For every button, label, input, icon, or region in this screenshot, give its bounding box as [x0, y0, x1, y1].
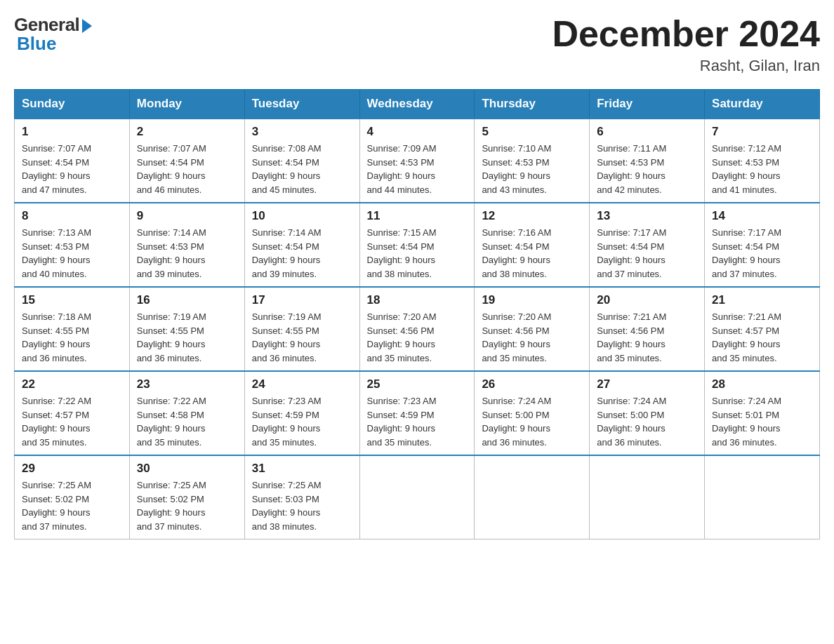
- day-info: Sunrise: 7:24 AMSunset: 5:00 PMDaylight:…: [597, 396, 666, 448]
- week-row-4: 22 Sunrise: 7:22 AMSunset: 4:57 PMDaylig…: [15, 371, 820, 455]
- logo: General Blue: [14, 14, 92, 55]
- header-monday: Monday: [129, 90, 244, 119]
- day-info: Sunrise: 7:14 AMSunset: 4:54 PMDaylight:…: [252, 227, 322, 279]
- day-number: 31: [252, 462, 352, 476]
- day-number: 27: [597, 377, 697, 391]
- day-info: Sunrise: 7:16 AMSunset: 4:54 PMDaylight:…: [482, 227, 551, 279]
- day-number: 17: [252, 293, 352, 307]
- calendar-cell: 6 Sunrise: 7:11 AMSunset: 4:53 PMDayligh…: [590, 119, 705, 203]
- day-info: Sunrise: 7:12 AMSunset: 4:53 PMDaylight:…: [712, 143, 781, 195]
- week-row-2: 8 Sunrise: 7:13 AMSunset: 4:53 PMDayligh…: [15, 203, 820, 287]
- calendar-cell: [359, 455, 475, 539]
- week-row-5: 29 Sunrise: 7:25 AMSunset: 5:02 PMDaylig…: [15, 455, 820, 539]
- day-number: 6: [597, 125, 697, 139]
- day-number: 13: [597, 209, 697, 223]
- logo-blue-text: Blue: [17, 33, 56, 55]
- day-info: Sunrise: 7:07 AMSunset: 4:54 PMDaylight:…: [137, 143, 206, 195]
- day-info: Sunrise: 7:08 AMSunset: 4:54 PMDaylight:…: [252, 143, 322, 195]
- day-info: Sunrise: 7:19 AMSunset: 4:55 PMDaylight:…: [252, 311, 322, 363]
- day-number: 1: [22, 125, 122, 139]
- calendar-cell: 23 Sunrise: 7:22 AMSunset: 4:58 PMDaylig…: [129, 371, 244, 455]
- header-wednesday: Wednesday: [359, 90, 475, 119]
- day-number: 10: [252, 209, 352, 223]
- day-info: Sunrise: 7:19 AMSunset: 4:55 PMDaylight:…: [137, 311, 206, 363]
- day-info: Sunrise: 7:07 AMSunset: 4:54 PMDaylight:…: [22, 143, 91, 195]
- day-number: 30: [137, 462, 237, 476]
- subtitle: Rasht, Gilan, Iran: [552, 57, 820, 75]
- calendar-cell: 8 Sunrise: 7:13 AMSunset: 4:53 PMDayligh…: [15, 203, 130, 287]
- calendar-cell: 14 Sunrise: 7:17 AMSunset: 4:54 PMDaylig…: [705, 203, 820, 287]
- calendar-cell: 24 Sunrise: 7:23 AMSunset: 4:59 PMDaylig…: [244, 371, 359, 455]
- day-info: Sunrise: 7:20 AMSunset: 4:56 PMDaylight:…: [482, 311, 551, 363]
- day-number: 25: [367, 377, 468, 391]
- calendar-cell: 15 Sunrise: 7:18 AMSunset: 4:55 PMDaylig…: [15, 287, 130, 371]
- calendar-cell: 10 Sunrise: 7:14 AMSunset: 4:54 PMDaylig…: [244, 203, 359, 287]
- calendar-cell: 31 Sunrise: 7:25 AMSunset: 5:03 PMDaylig…: [244, 455, 359, 539]
- day-info: Sunrise: 7:25 AMSunset: 5:02 PMDaylight:…: [137, 480, 206, 532]
- day-number: 29: [22, 462, 122, 476]
- day-info: Sunrise: 7:22 AMSunset: 4:57 PMDaylight:…: [22, 396, 91, 448]
- header-tuesday: Tuesday: [244, 90, 359, 119]
- day-number: 24: [252, 377, 352, 391]
- day-info: Sunrise: 7:20 AMSunset: 4:56 PMDaylight:…: [367, 311, 437, 363]
- day-info: Sunrise: 7:10 AMSunset: 4:53 PMDaylight:…: [482, 143, 551, 195]
- calendar-cell: 26 Sunrise: 7:24 AMSunset: 5:00 PMDaylig…: [475, 371, 590, 455]
- calendar-cell: 12 Sunrise: 7:16 AMSunset: 4:54 PMDaylig…: [475, 203, 590, 287]
- calendar-cell: 25 Sunrise: 7:23 AMSunset: 4:59 PMDaylig…: [359, 371, 475, 455]
- calendar-cell: 9 Sunrise: 7:14 AMSunset: 4:53 PMDayligh…: [129, 203, 244, 287]
- day-number: 2: [137, 125, 237, 139]
- day-number: 16: [137, 293, 237, 307]
- day-info: Sunrise: 7:22 AMSunset: 4:58 PMDaylight:…: [137, 396, 206, 448]
- header: General Blue December 2024 Rasht, Gilan,…: [14, 14, 820, 75]
- day-number: 22: [22, 377, 122, 391]
- main-title: December 2024: [552, 14, 820, 54]
- day-info: Sunrise: 7:17 AMSunset: 4:54 PMDaylight:…: [597, 227, 666, 279]
- calendar-cell: 29 Sunrise: 7:25 AMSunset: 5:02 PMDaylig…: [15, 455, 130, 539]
- header-saturday: Saturday: [705, 90, 820, 119]
- day-number: 18: [367, 293, 468, 307]
- calendar-table: SundayMondayTuesdayWednesdayThursdayFrid…: [14, 89, 820, 539]
- day-info: Sunrise: 7:23 AMSunset: 4:59 PMDaylight:…: [367, 396, 437, 448]
- day-number: 21: [712, 293, 812, 307]
- day-number: 12: [482, 209, 582, 223]
- day-number: 28: [712, 377, 812, 391]
- day-info: Sunrise: 7:25 AMSunset: 5:03 PMDaylight:…: [252, 480, 322, 532]
- day-info: Sunrise: 7:09 AMSunset: 4:53 PMDaylight:…: [367, 143, 437, 195]
- day-number: 9: [137, 209, 237, 223]
- calendar-cell: [705, 455, 820, 539]
- day-number: 4: [367, 125, 468, 139]
- calendar-cell: 19 Sunrise: 7:20 AMSunset: 4:56 PMDaylig…: [475, 287, 590, 371]
- calendar-cell: 28 Sunrise: 7:24 AMSunset: 5:01 PMDaylig…: [705, 371, 820, 455]
- day-number: 11: [367, 209, 468, 223]
- day-number: 23: [137, 377, 237, 391]
- calendar-cell: 4 Sunrise: 7:09 AMSunset: 4:53 PMDayligh…: [359, 119, 475, 203]
- header-thursday: Thursday: [475, 90, 590, 119]
- day-info: Sunrise: 7:13 AMSunset: 4:53 PMDaylight:…: [22, 227, 91, 279]
- calendar-header-row: SundayMondayTuesdayWednesdayThursdayFrid…: [15, 90, 820, 119]
- calendar-cell: 7 Sunrise: 7:12 AMSunset: 4:53 PMDayligh…: [705, 119, 820, 203]
- logo-triangle-icon: [82, 19, 92, 33]
- day-number: 8: [22, 209, 122, 223]
- day-info: Sunrise: 7:24 AMSunset: 5:01 PMDaylight:…: [712, 396, 781, 448]
- calendar-cell: 17 Sunrise: 7:19 AMSunset: 4:55 PMDaylig…: [244, 287, 359, 371]
- calendar-cell: 3 Sunrise: 7:08 AMSunset: 4:54 PMDayligh…: [244, 119, 359, 203]
- week-row-1: 1 Sunrise: 7:07 AMSunset: 4:54 PMDayligh…: [15, 119, 820, 203]
- day-number: 20: [597, 293, 697, 307]
- calendar-cell: [475, 455, 590, 539]
- day-info: Sunrise: 7:25 AMSunset: 5:02 PMDaylight:…: [22, 480, 91, 532]
- calendar-cell: 16 Sunrise: 7:19 AMSunset: 4:55 PMDaylig…: [129, 287, 244, 371]
- day-number: 14: [712, 209, 812, 223]
- day-info: Sunrise: 7:24 AMSunset: 5:00 PMDaylight:…: [482, 396, 551, 448]
- calendar-cell: 27 Sunrise: 7:24 AMSunset: 5:00 PMDaylig…: [590, 371, 705, 455]
- day-info: Sunrise: 7:21 AMSunset: 4:57 PMDaylight:…: [712, 311, 781, 363]
- day-number: 19: [482, 293, 582, 307]
- title-area: December 2024 Rasht, Gilan, Iran: [552, 14, 820, 75]
- day-info: Sunrise: 7:17 AMSunset: 4:54 PMDaylight:…: [712, 227, 781, 279]
- calendar-cell: 30 Sunrise: 7:25 AMSunset: 5:02 PMDaylig…: [129, 455, 244, 539]
- header-sunday: Sunday: [15, 90, 130, 119]
- calendar-cell: [590, 455, 705, 539]
- day-info: Sunrise: 7:11 AMSunset: 4:53 PMDaylight:…: [597, 143, 666, 195]
- calendar-cell: 13 Sunrise: 7:17 AMSunset: 4:54 PMDaylig…: [590, 203, 705, 287]
- calendar-cell: 2 Sunrise: 7:07 AMSunset: 4:54 PMDayligh…: [129, 119, 244, 203]
- day-info: Sunrise: 7:14 AMSunset: 4:53 PMDaylight:…: [137, 227, 206, 279]
